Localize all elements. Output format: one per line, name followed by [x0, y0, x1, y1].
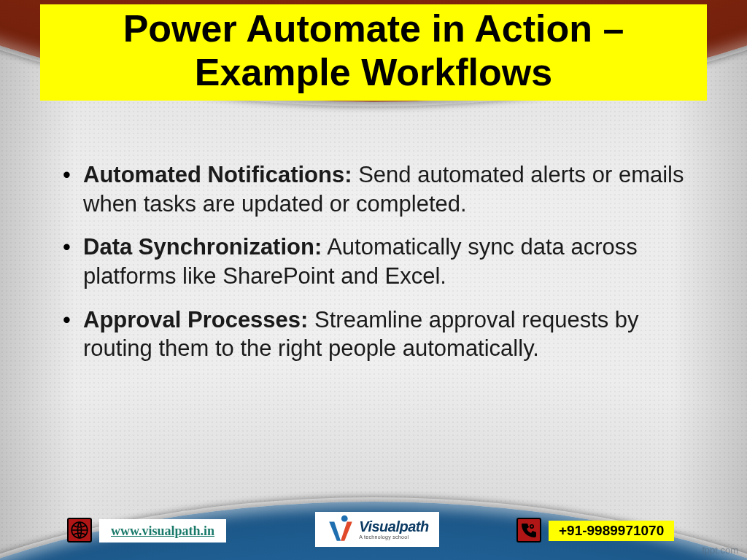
slide-title: Power Automate in Action – Example Workf…	[47, 7, 700, 95]
svg-point-2	[530, 525, 533, 528]
title-box: Power Automate in Action – Example Workf…	[40, 4, 707, 101]
globe-icon	[67, 518, 92, 542]
logo-main: Visualpath	[359, 519, 428, 534]
slide: Power Automate in Action – Example Workf…	[0, 0, 747, 560]
logo-text: Visualpath A technology school	[359, 519, 428, 540]
bullet-bold: Data Synchronization:	[83, 234, 322, 260]
visualpath-logo-icon	[325, 514, 356, 545]
footer: www.visualpath.in Visualpath A technolog…	[0, 510, 747, 547]
website-link[interactable]: www.visualpath.in	[111, 524, 214, 539]
list-item: Data Synchronization: Automatically sync…	[58, 233, 700, 290]
phone-number: +91-9989971070	[559, 523, 664, 539]
list-item: Approval Processes: Streamline approval …	[58, 306, 700, 363]
list-item: Automated Notifications: Send automated …	[58, 160, 700, 218]
url-box: www.visualpath.in	[99, 519, 226, 542]
bullet-bold: Automated Notifications:	[83, 162, 352, 187]
logo-box: Visualpath A technology school	[315, 512, 439, 547]
svg-point-1	[341, 516, 348, 522]
bullet-list: Automated Notifications: Send automated …	[58, 160, 700, 363]
watermark: fppt.com	[702, 545, 738, 556]
bullet-bold: Approval Processes:	[83, 307, 308, 332]
phone-icon	[516, 518, 541, 542]
content-area: Automated Notifications: Send automated …	[58, 160, 700, 378]
phone-box: +91-9989971070	[549, 521, 674, 541]
logo-sub: A technology school	[359, 534, 428, 540]
